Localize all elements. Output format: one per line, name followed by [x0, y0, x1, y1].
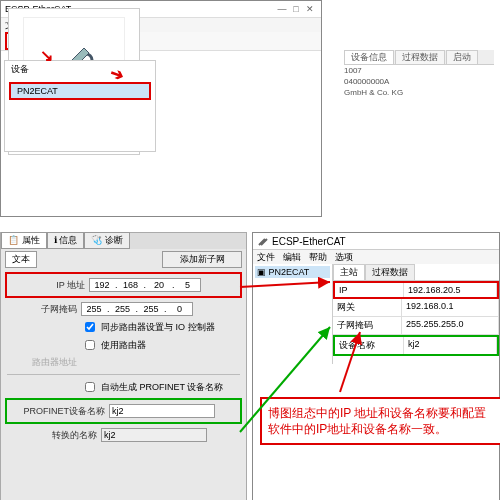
subtab-text[interactable]: 文本 — [5, 251, 37, 268]
tab-info[interactable]: ℹ 信息 — [47, 232, 85, 249]
menu-file[interactable]: 文件 — [257, 251, 275, 264]
device-name-highlight-frame: PROFINET设备名称 — [5, 398, 242, 424]
close-button[interactable]: ✕ — [303, 4, 317, 14]
tab-properties[interactable]: 📋 属性 — [1, 232, 47, 249]
config-tree[interactable]: ▣ PN2ECAT — [253, 264, 333, 364]
highlight-arrow-icon: ↘ — [40, 46, 53, 65]
config-title: ECSP-EtherCAT — [272, 236, 346, 247]
ip-label: IP 地址 — [15, 279, 85, 292]
menu-help[interactable]: 帮助 — [309, 251, 327, 264]
config-titlebar: ECSP-EtherCAT — [253, 233, 499, 250]
info-line: GmbH & Co. KG — [344, 87, 494, 98]
add-subnet-button[interactable]: 添加新子网 — [162, 251, 242, 268]
use-router-checkbox[interactable] — [85, 340, 95, 350]
config-menubar: 文件 编辑 帮助 选项 — [253, 250, 499, 264]
config-window: ECSP-EtherCAT 文件 编辑 帮助 选项 ▣ PN2ECAT 主站 过… — [252, 232, 500, 500]
tab-device-info[interactable]: 设备信息 — [344, 50, 394, 64]
auto-generate-checkbox[interactable] — [85, 382, 95, 392]
info-line: 040000000A — [344, 76, 494, 87]
panel-tabs: 📋 属性 ℹ 信息 🩺 诊断 — [1, 233, 246, 249]
config-grid: IP 192.168.20.5 网关 192.168.0.1 子网掩码 255.… — [333, 281, 499, 356]
converted-name-label: 转换的名称 — [7, 429, 97, 442]
maximize-button[interactable]: □ — [289, 4, 303, 14]
tools-icon — [257, 235, 269, 247]
ip-address-input[interactable]: 192.168.20.5 — [89, 278, 201, 292]
annotation-note: 博图组态中的IP 地址和设备名称要和配置软件中的IP地址和设备名称一致。 — [260, 397, 500, 445]
tab-diagnostics[interactable]: 🩺 诊断 — [84, 232, 130, 249]
profinet-name-input[interactable] — [109, 404, 215, 418]
menu-edit[interactable]: 编辑 — [283, 251, 301, 264]
mask-label: 子网掩码 — [7, 303, 77, 316]
profinet-name-label: PROFINET设备名称 — [15, 405, 105, 418]
converted-name-field — [101, 428, 207, 442]
router-label: 路由器地址 — [7, 356, 77, 369]
device-tree[interactable]: 设备 PN2ECAT — [4, 60, 156, 152]
tab-startup[interactable]: 启动 — [446, 50, 478, 64]
row-gateway: 网关 192.168.0.1 — [333, 299, 499, 317]
bottom-area: 📋 属性 ℹ 信息 🩺 诊断 文本 添加新子网 IP 地址 192.168.20… — [0, 232, 500, 500]
tab-master[interactable]: 主站 — [333, 264, 365, 280]
tab-process-data[interactable]: 过程数据 — [395, 50, 445, 64]
sync-router-checkbox[interactable] — [85, 322, 95, 332]
tree-selected-item[interactable]: PN2ECAT — [9, 82, 151, 100]
menu-options[interactable]: 选项 — [335, 251, 353, 264]
info-line: 1007 — [344, 65, 494, 76]
properties-panel: 📋 属性 ℹ 信息 🩺 诊断 文本 添加新子网 IP 地址 192.168.20… — [0, 232, 247, 500]
config-tree-item[interactable]: ▣ PN2ECAT — [255, 266, 330, 278]
tree-root[interactable]: 设备 — [5, 61, 155, 78]
row-ip: IP 192.168.20.5 — [333, 281, 499, 299]
config-table: 主站 过程数据 IP 192.168.20.5 网关 192.168.0.1 子… — [333, 264, 499, 364]
ip-highlight-frame: IP 地址 192.168.20.5 — [5, 272, 242, 298]
row-device-name: 设备名称 kj2 — [333, 335, 499, 356]
row-subnet: 子网掩码 255.255.255.0 — [333, 317, 499, 335]
subnet-mask-input[interactable]: 255.255.255.0 — [81, 302, 193, 316]
tab-process-data[interactable]: 过程数据 — [365, 264, 415, 280]
info-pane: 设备信息 过程数据 启动 1007 040000000A GmbH & Co. … — [342, 48, 496, 182]
minimize-button[interactable]: — — [275, 4, 289, 14]
